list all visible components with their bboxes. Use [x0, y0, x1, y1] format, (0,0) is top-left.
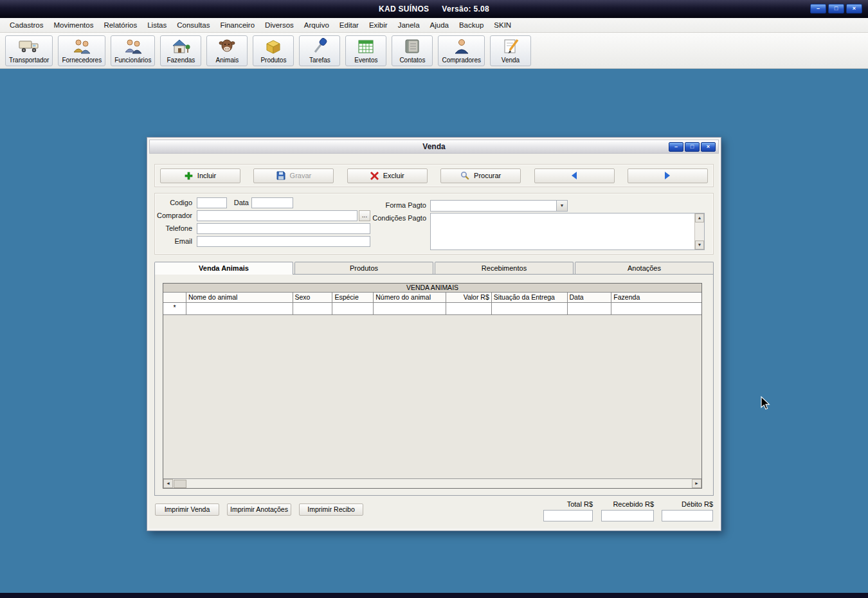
- venda-animais-tab-panel: VENDA ANIMAIS Nome do animal Sexo Espéci…: [154, 274, 714, 496]
- app-close-button[interactable]: ×: [846, 4, 862, 14]
- menu-diversos[interactable]: Diversos: [260, 19, 299, 31]
- app-name: KAD SUÍNOS: [379, 5, 429, 14]
- imprimir-anotacoes-button[interactable]: Imprimir Anotações: [227, 503, 291, 516]
- command-button-panel: Incluir Gravar Excluir Procurar: [154, 164, 714, 187]
- toolbar-funcionarios-button[interactable]: Funcionários: [111, 35, 155, 66]
- toolbar-label: Funcionários: [114, 57, 151, 64]
- grid-cell-sexo[interactable]: [293, 303, 333, 314]
- menu-skin[interactable]: SKIN: [489, 19, 516, 31]
- menu-exibir[interactable]: Exibir: [364, 19, 393, 31]
- grid-col-situacao: Situação da Entrega: [492, 293, 568, 302]
- excluir-button[interactable]: Excluir: [347, 168, 428, 183]
- menu-editar[interactable]: Editar: [334, 19, 364, 31]
- farm-house-icon: [171, 38, 190, 55]
- grid-cell-numero[interactable]: [374, 303, 446, 314]
- incluir-button[interactable]: Incluir: [160, 168, 240, 183]
- menu-backup[interactable]: Backup: [454, 19, 489, 31]
- grid-col-sexo: Sexo: [293, 293, 333, 302]
- calendar-icon: [357, 38, 375, 55]
- procurar-button[interactable]: Procurar: [440, 168, 521, 183]
- scroll-down-icon[interactable]: ▼: [695, 240, 704, 249]
- grid-cell-nome[interactable]: [186, 303, 293, 314]
- codigo-input[interactable]: [197, 197, 227, 208]
- menu-movimentos[interactable]: Movimentos: [48, 19, 98, 31]
- gravar-button[interactable]: Gravar: [253, 168, 334, 183]
- recebido-input[interactable]: [601, 510, 654, 521]
- app-title: KAD SUÍNOS Versão: 5.08: [379, 5, 489, 14]
- toolbar-contatos-button[interactable]: Contatos: [392, 35, 433, 66]
- app-bottom-border: [0, 593, 868, 598]
- previous-record-button[interactable]: [534, 168, 615, 183]
- grid-cell-data[interactable]: [568, 303, 612, 314]
- toolbar-fazendas-button[interactable]: Fazendas: [160, 35, 201, 66]
- incluir-label: Incluir: [197, 172, 216, 179]
- comprador-input[interactable]: [197, 210, 357, 221]
- app-maximize-button[interactable]: □: [828, 4, 844, 14]
- buyer-person-icon: [453, 38, 471, 55]
- truck-icon: [19, 38, 39, 55]
- venda-window-titlebar[interactable]: Venda – □ ×: [149, 140, 719, 154]
- condicoes-pagto-scrollbar[interactable]: ▲ ▼: [694, 213, 704, 249]
- scroll-up-icon[interactable]: ▲: [695, 213, 704, 222]
- venda-close-button[interactable]: ×: [701, 142, 716, 152]
- toolbar-compradores-button[interactable]: Compradores: [438, 35, 485, 66]
- telefone-input[interactable]: [197, 223, 370, 234]
- search-icon: [460, 171, 469, 180]
- toolbar-animais-button[interactable]: Animais: [206, 35, 248, 66]
- scrollbar-thumb[interactable]: [174, 480, 186, 488]
- toolbar-fornecedores-button[interactable]: Fornecedores: [58, 35, 105, 66]
- condicoes-pagto-input[interactable]: [431, 213, 694, 249]
- venda-minimize-button[interactable]: –: [669, 142, 683, 152]
- debito-input[interactable]: [662, 510, 713, 521]
- menu-ajuda[interactable]: Ajuda: [425, 19, 454, 31]
- email-input[interactable]: [197, 236, 370, 247]
- employees-people-icon: [123, 38, 143, 55]
- tab-produtos[interactable]: Produtos: [294, 262, 433, 275]
- toolbar-tarefas-button[interactable]: Tarefas: [299, 35, 340, 66]
- imprimir-recibo-button[interactable]: Imprimir Recibo: [299, 503, 363, 516]
- codigo-label: Codigo: [159, 199, 192, 206]
- menu-cadastros[interactable]: Cadastros: [5, 19, 48, 31]
- tab-recebimentos[interactable]: Recebimentos: [435, 262, 574, 275]
- menu-janela[interactable]: Janela: [393, 19, 425, 31]
- toolbar-venda-button[interactable]: Venda: [490, 35, 531, 66]
- scroll-left-icon[interactable]: ◄: [163, 479, 173, 488]
- toolbar-label: Tarefas: [309, 57, 330, 64]
- tab-anotacoes[interactable]: Anotações: [575, 262, 714, 275]
- grid-cell-fazenda[interactable]: [611, 303, 701, 314]
- toolbar-label: Animais: [216, 57, 239, 64]
- toolbar-eventos-button[interactable]: Eventos: [345, 35, 386, 66]
- app-minimize-button[interactable]: –: [810, 4, 826, 14]
- grid-cell-situacao[interactable]: [492, 303, 568, 314]
- scroll-right-icon[interactable]: ►: [692, 479, 701, 488]
- comprador-browse-button[interactable]: ...: [359, 210, 370, 221]
- menu-relatorios[interactable]: Relatórios: [98, 19, 142, 31]
- grid-col-valor: Valor R$: [446, 293, 492, 302]
- grid-cell-especie[interactable]: [332, 303, 374, 314]
- pencil-note-icon: [502, 38, 520, 55]
- venda-maximize-button[interactable]: □: [685, 142, 700, 152]
- menubar: Cadastros Movimentos Relatórios Listas C…: [0, 18, 868, 33]
- data-input[interactable]: [251, 197, 293, 208]
- forma-pagto-select[interactable]: ▼: [430, 200, 568, 212]
- box-icon: [264, 38, 282, 55]
- tab-venda-animais[interactable]: Venda Animais: [154, 262, 293, 275]
- imprimir-venda-button[interactable]: Imprimir Venda: [155, 503, 219, 516]
- mdi-workspace: Venda – □ × Incluir Gravar: [0, 69, 868, 593]
- total-input[interactable]: [543, 510, 593, 521]
- menu-financeiro[interactable]: Financeiro: [215, 19, 260, 31]
- menu-consultas[interactable]: Consultas: [172, 19, 215, 31]
- menu-arquivo[interactable]: Arquivo: [299, 19, 334, 31]
- excluir-label: Excluir: [383, 172, 404, 179]
- toolbar-produtos-button[interactable]: Produtos: [253, 35, 294, 66]
- menu-listas[interactable]: Listas: [142, 19, 172, 31]
- grid-cell-valor[interactable]: [446, 303, 492, 314]
- next-record-button[interactable]: [628, 168, 708, 183]
- recebido-label: Recebido R$: [601, 500, 654, 508]
- grid-horizontal-scrollbar[interactable]: ◄ ►: [163, 478, 701, 488]
- new-row-marker[interactable]: *: [163, 303, 186, 314]
- chevron-down-icon[interactable]: ▼: [556, 201, 567, 211]
- toolbar-label: Fornecedores: [62, 57, 102, 64]
- toolbar-transportador-button[interactable]: Transportador: [5, 35, 53, 66]
- main-toolbar: Transportador Fornecedores Funcionários …: [0, 33, 868, 69]
